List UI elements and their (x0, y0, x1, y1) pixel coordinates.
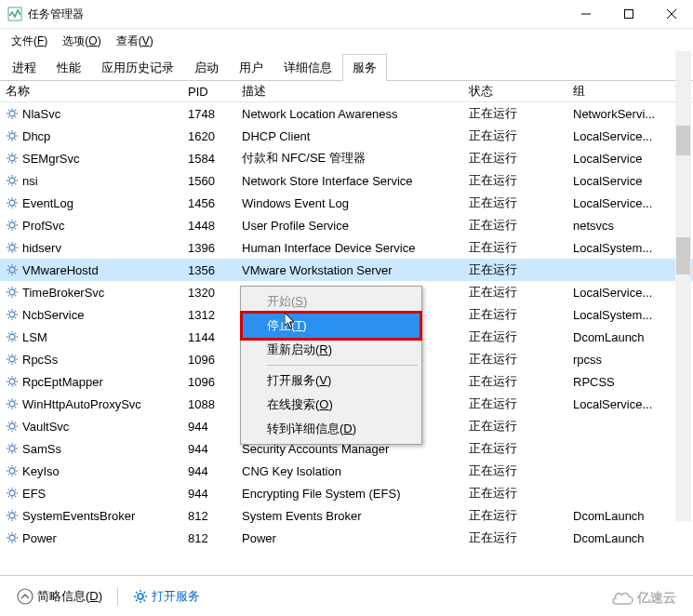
cell-status: 正在运行 (469, 150, 573, 167)
cell-desc: Power (242, 531, 469, 545)
svg-point-21 (9, 468, 15, 474)
cell-status: 正在运行 (469, 217, 573, 234)
menu-options[interactable]: 选项(O) (57, 32, 106, 51)
col-header-name[interactable]: 名称 (6, 83, 188, 100)
table-row[interactable]: ProfSvc1448User Profile Service正在运行netsv… (0, 214, 693, 236)
gear-icon (133, 589, 148, 604)
ctx-separator (267, 365, 418, 366)
menu-file[interactable]: 文件(F) (6, 32, 53, 51)
tab-services[interactable]: 服务 (342, 54, 387, 81)
ctx-open-services[interactable]: 打开服务(V) (243, 368, 420, 393)
svg-point-19 (9, 423, 15, 429)
svg-point-5 (9, 111, 15, 116)
tab-users[interactable]: 用户 (229, 54, 273, 81)
col-header-pid[interactable]: PID (188, 85, 242, 99)
open-services-link[interactable]: 打开服务 (126, 584, 207, 609)
cell-pid: 1312 (188, 308, 242, 322)
svg-point-26 (138, 594, 143, 599)
cell-name: TimeBrokerSvc (6, 286, 188, 300)
fewer-details-button[interactable]: 简略信息(D) (9, 584, 110, 609)
tab-app-history[interactable]: 应用历史记录 (91, 54, 184, 81)
cell-name: nsi (6, 174, 188, 188)
cell-status: 正在运行 (469, 284, 573, 301)
table-row[interactable]: nsi1560Network Store Interface Service正在… (0, 169, 693, 192)
cell-desc: CNG Key Isolation (242, 464, 469, 478)
svg-point-16 (9, 356, 15, 362)
tab-details[interactable]: 详细信息 (273, 54, 342, 81)
cell-desc: System Events Broker (242, 509, 469, 523)
cell-status: 正在运行 (469, 440, 573, 457)
cell-status: 正在运行 (469, 194, 573, 211)
cell-group: DcomLaunch (573, 531, 693, 545)
cloud-icon (610, 591, 634, 606)
svg-point-14 (9, 312, 15, 317)
tab-processes[interactable]: 进程 (2, 54, 47, 81)
cell-desc: Network Store Interface Service (242, 174, 469, 188)
cell-status: 正在运行 (469, 127, 573, 144)
cell-name: LSM (6, 330, 188, 344)
svg-point-6 (9, 133, 15, 139)
cell-desc: Human Interface Device Service (242, 241, 469, 255)
svg-point-9 (9, 200, 15, 206)
cell-pid: 1096 (188, 353, 242, 367)
ctx-stop[interactable]: 停止(T) (240, 311, 422, 341)
cell-name: Power (6, 531, 188, 545)
svg-point-18 (9, 401, 15, 407)
cell-desc: Network Location Awareness (242, 107, 469, 121)
menubar: 文件(F) 选项(O) 查看(V) (0, 29, 693, 53)
close-button[interactable] (650, 0, 693, 28)
tab-startup[interactable]: 启动 (184, 54, 229, 81)
table-row[interactable]: SystemEventsBroker812System Events Broke… (0, 504, 693, 527)
open-services-label: 打开服务 (152, 588, 200, 605)
cell-pid: 1448 (188, 219, 242, 233)
cell-status: 正在运行 (469, 373, 573, 390)
cell-pid: 944 (188, 464, 242, 478)
cell-status: 正在运行 (469, 261, 573, 278)
cell-status: 正在运行 (469, 328, 573, 345)
col-header-desc[interactable]: 描述 (242, 83, 469, 100)
tab-performance[interactable]: 性能 (47, 54, 91, 81)
cell-name: WinHttpAutoProxySvc (6, 397, 188, 411)
cell-status: 正在运行 (469, 105, 573, 122)
cell-pid: 1620 (188, 129, 242, 143)
table-row[interactable]: EventLog1456Windows Event Log正在运行LocalSe… (0, 192, 693, 214)
cell-pid: 812 (188, 531, 242, 545)
cell-desc: 付款和 NFC/SE 管理器 (242, 150, 469, 167)
svg-point-8 (9, 178, 15, 183)
vertical-scrollbar[interactable] (675, 51, 691, 521)
svg-point-7 (9, 155, 15, 161)
cell-name: ProfSvc (6, 219, 188, 233)
table-row[interactable]: Dhcp1620DHCP Client正在运行LocalService... (0, 125, 693, 147)
ctx-restart[interactable]: 重新启动(R) (243, 338, 420, 362)
scroll-thumb[interactable] (676, 237, 690, 275)
table-row[interactable]: hidserv1396Human Interface Device Servic… (0, 236, 693, 259)
table-row[interactable]: KeyIso944CNG Key Isolation正在运行 (0, 460, 693, 482)
cell-pid: 944 (188, 442, 242, 456)
column-headers: 名称 PID 描述 状态 组 (0, 81, 693, 102)
cell-pid: 812 (188, 509, 242, 523)
cell-pid: 1560 (188, 174, 242, 188)
col-header-status[interactable]: 状态 (469, 83, 573, 100)
minimize-button[interactable] (565, 0, 607, 28)
cell-pid: 1356 (188, 263, 242, 277)
table-row[interactable]: Power812Power正在运行DcomLaunch (0, 527, 693, 549)
table-row[interactable]: EFS944Encrypting File System (EFS)正在运行 (0, 482, 693, 504)
footer-divider (117, 587, 118, 606)
chevron-up-circle-icon (17, 588, 33, 605)
table-row[interactable]: SEMgrSvc1584付款和 NFC/SE 管理器正在运行LocalServi… (0, 147, 693, 169)
table-row[interactable]: VMwareHostd1356VMware Workstation Server… (0, 259, 693, 281)
ctx-online-search[interactable]: 在线搜索(O) (243, 393, 420, 417)
cell-status: 正在运行 (469, 351, 573, 368)
table-row[interactable]: NlaSvc1748Network Location Awareness正在运行… (0, 102, 693, 125)
menu-view[interactable]: 查看(V) (111, 32, 159, 51)
cell-pid: 1096 (188, 375, 242, 389)
cell-name: hidserv (6, 241, 188, 255)
cell-status: 正在运行 (469, 462, 573, 479)
cell-pid: 1320 (188, 286, 242, 300)
fewer-details-label: 简略信息(D) (37, 588, 102, 605)
svg-point-13 (9, 289, 15, 295)
svg-point-17 (9, 379, 15, 384)
ctx-goto-details[interactable]: 转到详细信息(D) (243, 417, 420, 441)
maximize-button[interactable] (607, 0, 650, 28)
cell-desc: DHCP Client (242, 129, 469, 143)
